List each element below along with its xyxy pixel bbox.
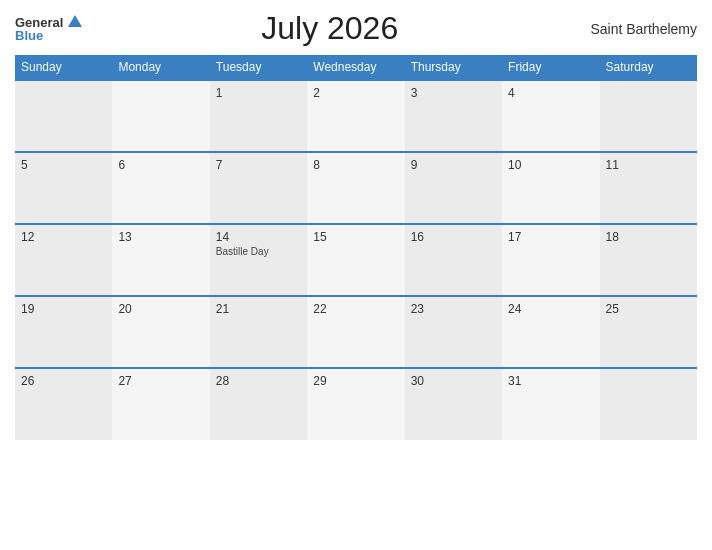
calendar-cell: 19 bbox=[15, 296, 112, 368]
calendar-cell: 7 bbox=[210, 152, 307, 224]
day-number: 1 bbox=[216, 86, 301, 100]
day-number: 30 bbox=[411, 374, 496, 388]
day-number: 22 bbox=[313, 302, 398, 316]
calendar-cell: 17 bbox=[502, 224, 599, 296]
country-label: Saint Barthelemy bbox=[577, 21, 697, 37]
calendar-cell: 6 bbox=[112, 152, 209, 224]
calendar-cell: 1 bbox=[210, 80, 307, 152]
calendar-header: General Blue July 2026 Saint Barthelemy bbox=[15, 10, 697, 47]
calendar-cell: 23 bbox=[405, 296, 502, 368]
weekday-friday: Friday bbox=[502, 55, 599, 80]
logo: General Blue bbox=[15, 16, 82, 42]
day-number: 24 bbox=[508, 302, 593, 316]
calendar-cell: 14Bastille Day bbox=[210, 224, 307, 296]
calendar-cell: 25 bbox=[600, 296, 697, 368]
day-number: 18 bbox=[606, 230, 691, 244]
calendar-cell: 20 bbox=[112, 296, 209, 368]
calendar-cell: 24 bbox=[502, 296, 599, 368]
calendar-cell: 29 bbox=[307, 368, 404, 440]
calendar-cell: 4 bbox=[502, 80, 599, 152]
calendar-cell bbox=[600, 368, 697, 440]
weekday-monday: Monday bbox=[112, 55, 209, 80]
month-title: July 2026 bbox=[82, 10, 577, 47]
day-number: 26 bbox=[21, 374, 106, 388]
calendar-cell: 27 bbox=[112, 368, 209, 440]
calendar-cell bbox=[600, 80, 697, 152]
day-number: 29 bbox=[313, 374, 398, 388]
calendar-cell: 18 bbox=[600, 224, 697, 296]
calendar-cell: 30 bbox=[405, 368, 502, 440]
day-number: 2 bbox=[313, 86, 398, 100]
calendar-cell: 31 bbox=[502, 368, 599, 440]
calendar-cell: 21 bbox=[210, 296, 307, 368]
calendar-cell: 22 bbox=[307, 296, 404, 368]
calendar-cell bbox=[15, 80, 112, 152]
day-number: 6 bbox=[118, 158, 203, 172]
calendar-cell: 3 bbox=[405, 80, 502, 152]
logo-triangle-icon bbox=[68, 15, 82, 27]
calendar-week-2: 121314Bastille Day15161718 bbox=[15, 224, 697, 296]
calendar-cell: 13 bbox=[112, 224, 209, 296]
calendar-table: SundayMondayTuesdayWednesdayThursdayFrid… bbox=[15, 55, 697, 440]
day-number: 7 bbox=[216, 158, 301, 172]
calendar-cell: 5 bbox=[15, 152, 112, 224]
day-number: 11 bbox=[606, 158, 691, 172]
weekday-wednesday: Wednesday bbox=[307, 55, 404, 80]
day-number: 12 bbox=[21, 230, 106, 244]
day-number: 20 bbox=[118, 302, 203, 316]
calendar-week-0: 1234 bbox=[15, 80, 697, 152]
weekday-header-row: SundayMondayTuesdayWednesdayThursdayFrid… bbox=[15, 55, 697, 80]
day-number: 28 bbox=[216, 374, 301, 388]
calendar-cell: 8 bbox=[307, 152, 404, 224]
day-number: 5 bbox=[21, 158, 106, 172]
day-number: 4 bbox=[508, 86, 593, 100]
calendar-cell: 2 bbox=[307, 80, 404, 152]
day-number: 9 bbox=[411, 158, 496, 172]
calendar-cell bbox=[112, 80, 209, 152]
day-number: 8 bbox=[313, 158, 398, 172]
calendar-week-3: 19202122232425 bbox=[15, 296, 697, 368]
day-number: 10 bbox=[508, 158, 593, 172]
logo-general: General bbox=[15, 16, 63, 29]
day-number: 19 bbox=[21, 302, 106, 316]
calendar-wrapper: General Blue July 2026 Saint Barthelemy … bbox=[0, 0, 712, 550]
day-number: 13 bbox=[118, 230, 203, 244]
day-number: 3 bbox=[411, 86, 496, 100]
calendar-week-4: 262728293031 bbox=[15, 368, 697, 440]
calendar-cell: 26 bbox=[15, 368, 112, 440]
day-number: 25 bbox=[606, 302, 691, 316]
event-label: Bastille Day bbox=[216, 246, 301, 257]
day-number: 21 bbox=[216, 302, 301, 316]
day-number: 14 bbox=[216, 230, 301, 244]
day-number: 16 bbox=[411, 230, 496, 244]
calendar-cell: 15 bbox=[307, 224, 404, 296]
day-number: 15 bbox=[313, 230, 398, 244]
calendar-cell: 12 bbox=[15, 224, 112, 296]
weekday-sunday: Sunday bbox=[15, 55, 112, 80]
day-number: 31 bbox=[508, 374, 593, 388]
calendar-cell: 9 bbox=[405, 152, 502, 224]
calendar-cell: 16 bbox=[405, 224, 502, 296]
calendar-cell: 11 bbox=[600, 152, 697, 224]
day-number: 23 bbox=[411, 302, 496, 316]
calendar-cell: 10 bbox=[502, 152, 599, 224]
day-number: 17 bbox=[508, 230, 593, 244]
calendar-cell: 28 bbox=[210, 368, 307, 440]
weekday-saturday: Saturday bbox=[600, 55, 697, 80]
weekday-thursday: Thursday bbox=[405, 55, 502, 80]
calendar-week-1: 567891011 bbox=[15, 152, 697, 224]
logo-blue: Blue bbox=[15, 29, 82, 42]
weekday-tuesday: Tuesday bbox=[210, 55, 307, 80]
day-number: 27 bbox=[118, 374, 203, 388]
